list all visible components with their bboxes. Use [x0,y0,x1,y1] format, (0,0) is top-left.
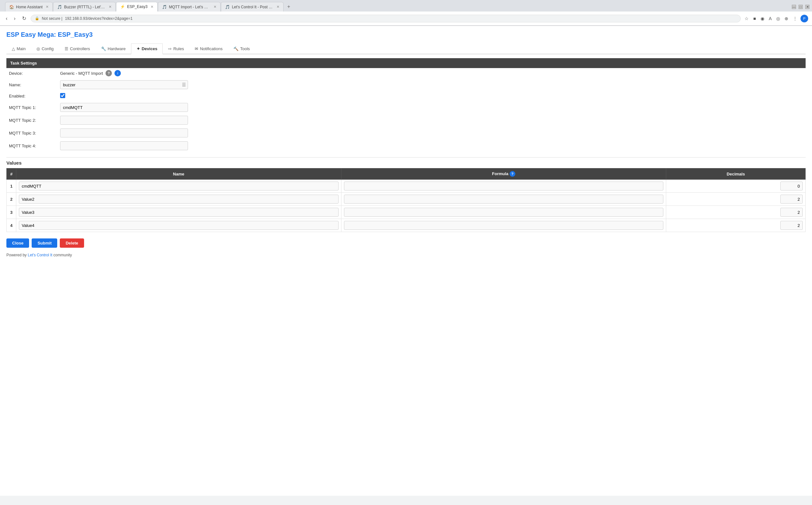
nav-tab-hardware[interactable]: 🔧Hardware [96,43,131,54]
extension-3-button[interactable]: A [768,15,773,22]
extension-5-button[interactable]: ⊕ [783,15,790,22]
tab-label-4: Let's Control It - Post a new topic [232,5,273,9]
values-row-1-decimals-input[interactable] [780,182,803,190]
col-decimals-header: Decimals [666,168,806,180]
forward-button[interactable]: › [12,14,17,23]
values-row-1-name-input[interactable] [19,182,339,190]
back-button[interactable]: ‹ [4,14,9,23]
values-row-4-decimals-cell [666,219,806,232]
enabled-checkbox[interactable] [60,93,65,98]
nav-tabs: △Main◎Config☰Controllers🔧Hardware✦Device… [6,43,806,54]
close-window-button[interactable]: ✕ [805,5,809,9]
address-bar[interactable]: 🔒 Not secure | 192.168.0.93/devices?inde… [31,15,741,22]
values-row-3-decimals-input[interactable] [780,208,803,217]
values-row-1-formula-input[interactable] [344,182,664,190]
maximize-button[interactable]: □ [799,5,803,9]
values-row-1-name-cell [16,180,341,193]
nav-tab-config[interactable]: ◎Config [31,43,59,54]
task-settings-table: Device: Generic - MQTT Import ? i Name: … [6,68,806,152]
tabs-bar: 🏠Home Assistant✕🎵Buzzer (RTTTL) - Let's … [3,2,296,11]
values-row-3-formula-input[interactable] [344,208,664,217]
values-row-2-decimals-input[interactable] [780,195,803,204]
mqtt-topic-3-input[interactable] [60,129,188,137]
device-value: Generic - MQTT Import [60,71,103,76]
nav-tab-notifications[interactable]: ✉Notifications [189,43,228,54]
mqtt-topic-4-label: MQTT Topic 4: [6,139,57,152]
mqtt-topic-4-row: MQTT Topic 4: [6,139,806,152]
page-title: ESP Easy Mega: ESP_Easy3 [6,31,806,38]
values-row-2-name-input[interactable] [19,195,339,204]
nav-tab-icon-2: ☰ [64,46,68,51]
tab-close-3[interactable]: ✕ [213,5,216,9]
values-row-3-formula-cell [341,206,666,219]
nav-tab-label-7: Tools [240,46,250,51]
col-number-header: # [7,168,16,180]
mqtt-topic-4-input[interactable] [60,141,188,150]
device-row: Device: Generic - MQTT Import ? i [6,68,806,78]
values-row-1: 1 [7,180,806,193]
mqtt-topic-2-input[interactable] [60,116,188,125]
nav-tab-icon-1: ◎ [36,46,40,51]
extension-4-button[interactable]: ◎ [775,15,781,22]
footer-link[interactable]: Let's Control It [28,253,52,257]
device-info-icon[interactable]: i [115,70,121,76]
values-row-4-formula-input[interactable] [344,221,664,230]
tab-close-0[interactable]: ✕ [46,5,48,9]
browser-tab-3[interactable]: 🎵MQTT Import - Let's Control It✕ [158,2,220,11]
formula-help-icon[interactable]: ? [510,171,515,177]
submit-button[interactable]: Submit [32,238,57,248]
browser-tab-1[interactable]: 🎵Buzzer (RTTTL) - Let's Control It✕ [53,2,116,11]
tab-close-1[interactable]: ✕ [109,5,112,9]
values-row-2: 2 [7,193,806,206]
values-row-2-decimals-cell [666,193,806,206]
values-row-3-name-cell [16,206,341,219]
new-tab-button[interactable]: + [284,2,293,11]
menu-button[interactable]: ⋮ [792,15,799,22]
nav-tab-icon-6: ✉ [195,46,198,51]
values-row-2-name-cell [16,193,341,206]
nav-tab-icon-7: 🔨 [233,46,238,51]
values-row-3-number: 3 [7,206,16,219]
values-row-4-name-input[interactable] [19,221,339,230]
name-input[interactable] [60,80,188,89]
values-row-1-decimals-cell [666,180,806,193]
section-divider [6,157,806,158]
tab-close-2[interactable]: ✕ [151,5,153,9]
footer-text-after: community [52,253,72,257]
nav-tab-main[interactable]: △Main [6,43,31,54]
browser-tab-2[interactable]: ⚡ESP_Easy3✕ [116,2,158,11]
nav-tab-rules[interactable]: ⇨Rules [163,43,189,54]
delete-button[interactable]: Delete [60,238,84,248]
nav-tab-icon-4: ✦ [137,46,140,51]
nav-tab-controllers[interactable]: ☰Controllers [59,43,96,54]
minimize-button[interactable]: — [792,5,796,9]
values-row-4-decimals-input[interactable] [780,221,803,230]
browser-chrome: 🏠Home Assistant✕🎵Buzzer (RTTTL) - Let's … [0,0,812,26]
extension-1-button[interactable]: ■ [752,15,757,22]
close-button[interactable]: Close [6,238,29,248]
extension-2-button[interactable]: ◉ [759,15,766,22]
device-help-icon[interactable]: ? [106,70,112,76]
nav-tab-label-5: Rules [173,46,184,51]
nav-icons: ☆ ■ ◉ A ◎ ⊕ ⋮ P [743,15,808,22]
browser-tab-0[interactable]: 🏠Home Assistant✕ [5,2,53,11]
tab-label-3: MQTT Import - Let's Control It [169,5,210,9]
name-label: Name: [6,78,57,91]
profile-avatar[interactable]: P [801,15,808,22]
browser-tab-4[interactable]: 🎵Let's Control It - Post a new topic✕ [221,2,284,11]
bookmark-button[interactable]: ☆ [743,15,750,22]
mqtt-topic-1-input[interactable] [60,103,188,112]
nav-tab-label-6: Notifications [200,46,222,51]
footer-text-before: Powered by [6,253,28,257]
mqtt-topic-3-row: MQTT Topic 3: [6,127,806,139]
values-row-3-name-input[interactable] [19,208,339,217]
nav-tab-tools[interactable]: 🔨Tools [228,43,255,54]
tab-close-4[interactable]: ✕ [277,5,279,9]
reload-button[interactable]: ↻ [20,14,28,23]
values-row-2-formula-input[interactable] [344,195,664,204]
enabled-label: Enabled: [6,91,57,101]
nav-tab-devices[interactable]: ✦Devices [131,43,163,54]
mqtt-topic-2-label: MQTT Topic 2: [6,114,57,127]
device-label: Device: [6,68,57,78]
values-row-4: 4 [7,219,806,232]
